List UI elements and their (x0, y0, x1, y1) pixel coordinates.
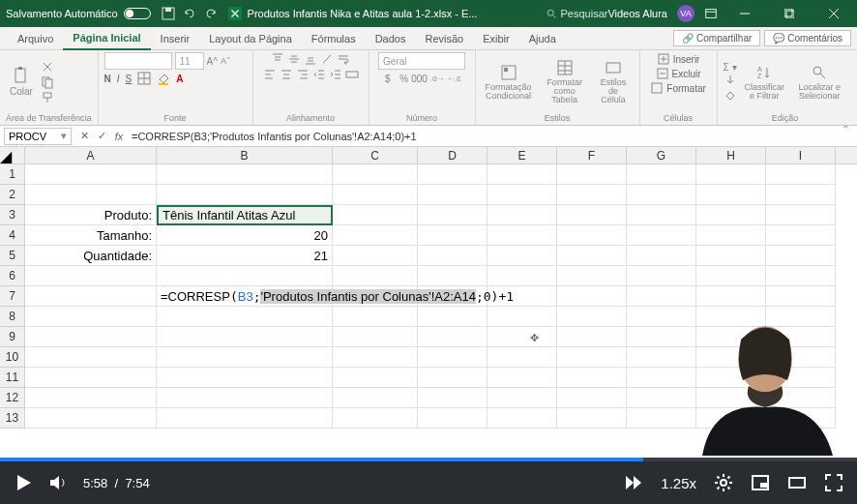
row-header[interactable]: 11 (0, 368, 25, 388)
cell-D13[interactable] (418, 408, 488, 429)
cell-C12[interactable] (333, 388, 418, 408)
number-format-select[interactable] (378, 52, 465, 70)
cell-B13[interactable] (157, 408, 333, 429)
ribbon-display-icon[interactable] (704, 7, 718, 20)
cell-B11[interactable] (157, 368, 333, 388)
cell-E11[interactable] (488, 368, 557, 388)
cell-F5[interactable] (557, 246, 627, 266)
clear-icon[interactable] (724, 88, 737, 102)
search-box[interactable]: Pesquisar (546, 8, 608, 19)
cell-C5[interactable] (333, 246, 418, 266)
cell-A1[interactable] (25, 164, 157, 185)
row-header[interactable]: 5 (0, 246, 25, 266)
cell-G1[interactable] (627, 164, 696, 185)
cell-C3[interactable] (333, 205, 418, 225)
align-right-icon[interactable] (296, 68, 310, 81)
cell-F12[interactable] (557, 388, 627, 408)
row-header[interactable]: 2 (0, 185, 25, 205)
format-painter-icon[interactable] (41, 91, 54, 104)
cell-C13[interactable] (333, 408, 418, 429)
cell-D11[interactable] (418, 368, 488, 388)
format-cells-button[interactable]: Formatar (650, 81, 706, 95)
conditional-format-button[interactable]: Formatação Condicional (482, 62, 536, 103)
font-size-select[interactable] (175, 52, 204, 70)
row-header[interactable]: 4 (0, 225, 25, 246)
cell-A7[interactable] (25, 286, 157, 307)
cell-A8[interactable] (25, 307, 157, 327)
cell-D12[interactable] (418, 388, 488, 408)
cell-B12[interactable] (157, 388, 333, 408)
borders-icon[interactable] (137, 72, 151, 85)
cell-F2[interactable] (557, 185, 627, 205)
cell-G7[interactable] (627, 286, 696, 307)
redo-icon[interactable] (203, 6, 219, 21)
cell-D6[interactable] (418, 266, 488, 286)
cell-A2[interactable] (25, 185, 157, 205)
fast-forward-icon[interactable] (624, 473, 643, 492)
align-middle-icon[interactable] (287, 52, 301, 66)
cell-D2[interactable] (418, 185, 488, 205)
share-button[interactable]: 🔗Compartilhar (673, 30, 760, 46)
copy-icon[interactable] (41, 75, 54, 89)
cancel-formula-icon[interactable]: ✕ (75, 130, 93, 142)
cell-H7[interactable] (696, 286, 766, 307)
cell-D5[interactable] (418, 246, 488, 266)
cell-C11[interactable] (333, 368, 418, 388)
enter-formula-icon[interactable]: ✓ (93, 130, 110, 142)
cell-G6[interactable] (627, 266, 696, 286)
cell-B7[interactable]: =CORRESP(B3;'Produtos Infantis por Colun… (157, 286, 333, 307)
cell-B3[interactable]: Tênis Infantil Atitas Azul (157, 205, 333, 225)
cell-I2[interactable] (766, 185, 836, 205)
save-icon[interactable] (161, 6, 176, 21)
increase-decimal-icon[interactable]: .0→ (430, 72, 444, 85)
cell-A9[interactable] (25, 327, 157, 347)
cell-C6[interactable] (333, 266, 418, 286)
cell-E12[interactable] (488, 388, 557, 408)
cell-D1[interactable] (418, 164, 488, 185)
format-table-button[interactable]: Formatar como Tabela (540, 57, 590, 106)
undo-icon[interactable] (182, 6, 197, 21)
cell-E4[interactable] (488, 225, 557, 246)
cell-C9[interactable] (333, 327, 418, 347)
pip-icon[interactable] (751, 473, 770, 492)
cell-F11[interactable] (557, 368, 627, 388)
col-header-f[interactable]: F (557, 147, 627, 163)
col-header-h[interactable]: H (696, 147, 766, 163)
cell-C2[interactable] (333, 185, 418, 205)
decrease-indent-icon[interactable] (312, 68, 326, 81)
percent-icon[interactable]: % (399, 74, 408, 84)
comma-icon[interactable]: 000 (411, 74, 428, 84)
cell-B5[interactable]: 21 (157, 246, 333, 266)
insert-cells-button[interactable]: Inserir (657, 52, 700, 66)
account-label[interactable]: Videos Alura (607, 8, 667, 19)
sort-filter-button[interactable]: AZ Classificar e Filtrar (741, 62, 789, 103)
cell-I4[interactable] (766, 225, 836, 246)
align-left-icon[interactable] (263, 68, 277, 81)
cell-D9[interactable] (418, 327, 488, 347)
font-color-icon[interactable]: A (176, 74, 183, 84)
cell-E10[interactable] (488, 347, 557, 368)
cell-E5[interactable] (488, 246, 557, 266)
font-family-select[interactable] (104, 52, 172, 70)
cell-C4[interactable] (333, 225, 418, 246)
cell-I6[interactable] (766, 266, 836, 286)
cell-G2[interactable] (627, 185, 696, 205)
cell-F7[interactable] (557, 286, 627, 307)
cell-C8[interactable] (333, 307, 418, 327)
tab-ajuda[interactable]: Ajuda (519, 27, 566, 50)
cell-F4[interactable] (557, 225, 627, 246)
maximize-button[interactable] (772, 0, 807, 27)
name-box[interactable]: PROCV▾ (4, 128, 72, 145)
fullscreen-icon[interactable] (824, 473, 843, 492)
row-header[interactable]: 9 (0, 327, 25, 347)
row-header[interactable]: 8 (0, 307, 25, 327)
align-top-icon[interactable] (271, 52, 284, 66)
cell-B8[interactable] (157, 307, 333, 327)
align-bottom-icon[interactable] (304, 52, 317, 66)
cell-F1[interactable] (557, 164, 627, 185)
tab-pagina-inicial[interactable]: Página Inicial (63, 27, 150, 50)
autosave-toggle-icon[interactable] (124, 8, 151, 19)
cell-B6[interactable] (157, 266, 333, 286)
minimize-button[interactable] (727, 0, 762, 27)
theater-icon[interactable] (787, 473, 807, 492)
